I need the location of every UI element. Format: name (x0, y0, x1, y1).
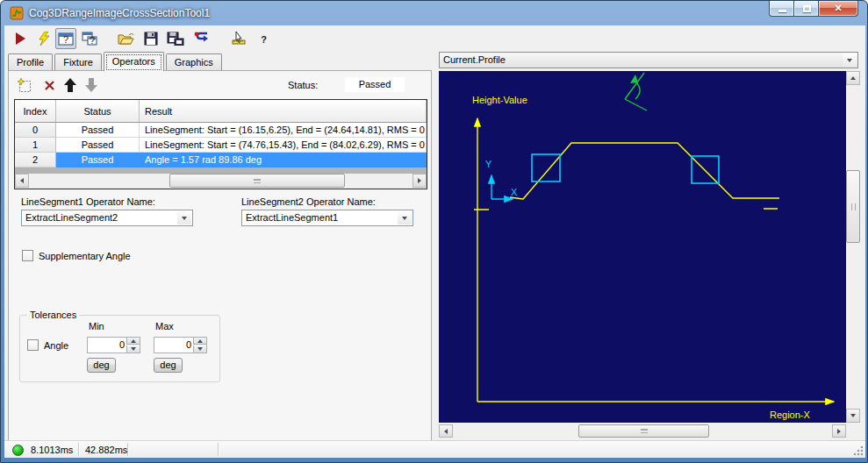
app-window: Cog3DRangeImageCrossSectionTool1 ✕ ? (0, 0, 868, 463)
chevron-down-icon[interactable] (398, 211, 412, 224)
table-row[interactable]: 1 Passed LineSegment: Start = (74.76,15.… (15, 138, 427, 153)
spin-down-icon[interactable] (193, 345, 206, 353)
linesegment2-label: LineSegment2 Operator Name: (241, 196, 376, 207)
max-deg-button[interactable]: deg (154, 358, 183, 373)
linesegment1-label: LineSegment1 Operator Name: (21, 196, 155, 207)
angle-label: Angle (44, 340, 68, 351)
help-icon[interactable]: ? (253, 28, 274, 49)
cascade-windows-icon[interactable]: ? (79, 28, 100, 49)
linesegment2-combobox[interactable]: ExtractLineSegment1 (241, 210, 413, 226)
spin-up-icon[interactable] (193, 338, 206, 345)
tab-profile[interactable]: Profile (8, 53, 53, 71)
electrode-icon[interactable] (228, 28, 249, 49)
chevron-down-icon[interactable] (843, 53, 857, 67)
resize-grip[interactable] (852, 445, 864, 456)
minimize-button[interactable] (769, 1, 794, 17)
display-horizontal-scrollbar[interactable] (439, 424, 846, 438)
add-operator-icon[interactable] (16, 76, 33, 94)
table-header: Index Status Result (15, 100, 427, 123)
region-axis-label: Region-X (770, 410, 811, 420)
results-table: Index Status Result 0 Passed LineSegment… (14, 99, 427, 189)
status-label: Status: (288, 80, 318, 90)
max-label: Max (155, 321, 174, 331)
open-file-icon[interactable] (115, 28, 136, 49)
total-time: 42.882ms (85, 445, 127, 455)
segment2-box (692, 156, 719, 183)
angle-arrowhead (630, 75, 638, 83)
live-run-icon[interactable] (34, 28, 55, 49)
min-deg-button[interactable]: deg (87, 358, 116, 373)
profile-display[interactable]: Height-ValueRegion-XYX (439, 71, 846, 423)
status-value: Passed (345, 77, 405, 92)
move-up-icon[interactable] (61, 76, 79, 94)
tab-graphics[interactable]: Graphics (166, 53, 222, 71)
main-toolbar: ? ? (4, 25, 865, 52)
angle-ray-lower (625, 99, 647, 110)
status-led-icon (12, 445, 24, 456)
save-as-icon[interactable] (165, 28, 186, 49)
scroll-up-icon[interactable] (846, 71, 860, 85)
segment1-box (532, 154, 560, 182)
delete-operator-icon[interactable] (40, 76, 58, 94)
spin-down-icon[interactable] (126, 345, 140, 353)
display-panel: Current.Profile Height-ValueRegion-XYX (435, 52, 857, 452)
app-icon (10, 6, 24, 20)
scroll-down-icon[interactable] (846, 409, 860, 423)
window-title: Cog3DRangeImageCrossSectionTool1 (29, 1, 210, 25)
tab-operators[interactable]: Operators (104, 52, 164, 71)
scrollbar-thumb[interactable] (169, 174, 345, 188)
table-row[interactable]: 0 Passed LineSegment: Start = (16.15,6.2… (15, 123, 427, 138)
close-button[interactable]: ✕ (819, 1, 858, 17)
show-tool-image-icon[interactable]: ? (55, 28, 76, 49)
linesegment1-combobox[interactable]: ExtractLineSegment2 (21, 210, 193, 226)
min-label: Min (89, 321, 104, 331)
marker-y-label: Y (485, 159, 492, 169)
height-axis-label: Height-Value (472, 95, 527, 105)
svg-text:?: ? (261, 34, 267, 45)
display-source-combobox[interactable]: Current.Profile (439, 52, 858, 68)
maximize-button[interactable] (794, 1, 819, 17)
execution-time: 8.1013ms (31, 445, 73, 455)
svg-text:?: ? (63, 34, 68, 45)
tolerances-group-label: Tolerances (27, 310, 79, 320)
scrollbar-thumb[interactable] (846, 170, 860, 243)
column-header-result[interactable]: Result (140, 100, 427, 122)
supplementary-angle-label: Supplementary Angle (39, 251, 131, 261)
tab-fixture[interactable]: Fixture (54, 53, 102, 71)
minimize-icon (778, 10, 786, 12)
client-area: ? ? (4, 25, 865, 458)
scroll-right-icon[interactable] (832, 424, 846, 438)
display-vertical-scrollbar[interactable] (846, 71, 861, 423)
scroll-left-icon[interactable] (15, 174, 29, 188)
max-angle-spinner[interactable]: 0 (154, 337, 207, 353)
tab-strip: Profile Fixture Operators Graphics (8, 52, 224, 71)
operators-tab-page: Status: Passed Index Status Result 0 Pas… (8, 70, 432, 452)
maximize-icon (803, 5, 811, 12)
marker-x-label: X (511, 187, 518, 197)
chevron-down-icon[interactable] (177, 211, 191, 224)
scroll-right-icon[interactable] (412, 174, 427, 188)
close-icon: ✕ (819, 1, 857, 16)
run-icon[interactable] (10, 28, 31, 49)
save-icon[interactable] (140, 28, 161, 49)
column-header-index[interactable]: Index (15, 100, 56, 122)
supplementary-angle-checkbox[interactable] (22, 250, 33, 261)
svg-text:?: ? (90, 35, 95, 46)
operators-toolbar: Status: Passed (9, 73, 431, 97)
title-bar[interactable]: Cog3DRangeImageCrossSectionTool1 ✕ (1, 1, 867, 25)
spin-up-icon[interactable] (126, 338, 140, 345)
scrollbar-thumb[interactable] (578, 424, 709, 438)
profile-graphics: Height-ValueRegion-XYX (439, 71, 846, 423)
angle-tolerance-checkbox[interactable] (27, 339, 39, 351)
table-row-selected[interactable]: 2 Passed Angle = 1.57 rad 89.86 deg (15, 153, 427, 167)
move-down-icon[interactable] (82, 76, 100, 94)
tolerances-groupbox: Tolerances Min Max Angle 0 0 (19, 315, 220, 382)
profile-line (510, 143, 779, 199)
reset-icon[interactable] (190, 28, 212, 49)
status-bar: 8.1013ms 42.882ms (4, 440, 865, 458)
scroll-left-icon[interactable] (439, 424, 453, 438)
table-horizontal-scrollbar[interactable] (15, 174, 427, 189)
column-header-status[interactable]: Status (56, 100, 140, 122)
min-angle-spinner[interactable]: 0 (87, 337, 140, 353)
